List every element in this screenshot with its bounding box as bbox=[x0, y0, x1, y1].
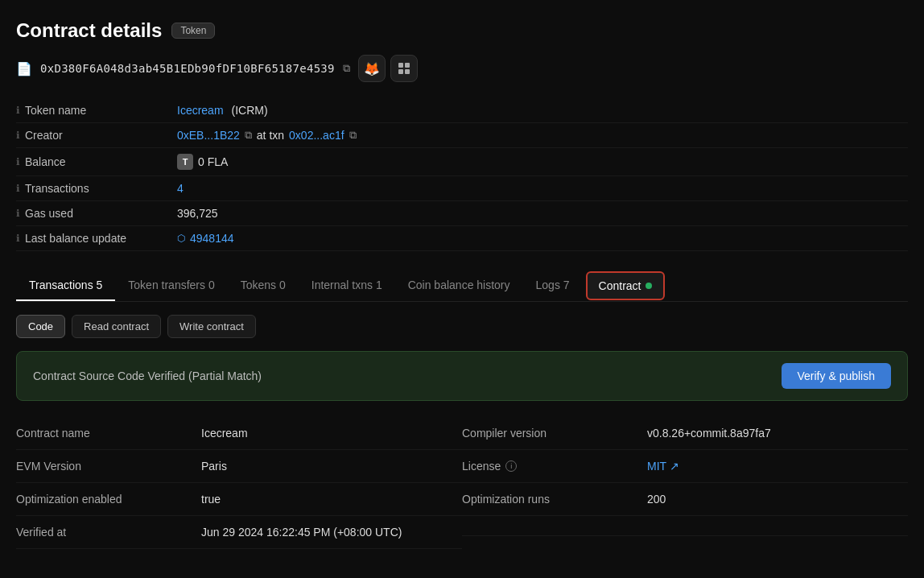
sub-tab-code[interactable]: Code bbox=[16, 315, 65, 338]
contract-field-opt-runs: Optimization runs 200 bbox=[462, 483, 908, 516]
creator-label: ℹ Creator bbox=[16, 129, 177, 142]
token-name-value: Icecream (ICRM) bbox=[177, 104, 268, 117]
info-icon-last-balance: ℹ bbox=[16, 233, 20, 244]
last-balance-label: ℹ Last balance update bbox=[16, 232, 177, 245]
tab-internal-txns[interactable]: Internal txns 1 bbox=[299, 270, 395, 301]
token-badge: Token bbox=[171, 23, 215, 39]
compiler-value: v0.8.26+commit.8a97fa7 bbox=[647, 427, 771, 440]
contract-field-evm: EVM Version Paris bbox=[16, 450, 462, 483]
creator-address-link[interactable]: 0xEB...1B22 bbox=[177, 129, 240, 142]
tab-token-transfers[interactable]: Token transfers 0 bbox=[115, 270, 227, 301]
file-icon: 📄 bbox=[16, 61, 32, 76]
contract-address: 0xD380F6A048d3ab45B1EDb90fDF10BF65187e45… bbox=[40, 62, 335, 75]
verified-at-value: Jun 29 2024 16:22:45 PM (+08:00 UTC) bbox=[201, 526, 402, 539]
verified-banner: Contract Source Code Verified (Partial M… bbox=[16, 351, 908, 401]
tab-contract[interactable]: Contract bbox=[586, 271, 665, 300]
page-container: Contract details Token 📄 0xD380F6A048d3a… bbox=[0, 0, 924, 565]
optimization-value: true bbox=[201, 493, 221, 506]
gas-label: ℹ Gas used bbox=[16, 207, 177, 220]
token-avatar: T bbox=[177, 154, 193, 170]
grid-icon-btn[interactable] bbox=[390, 55, 418, 82]
creator-value: 0xEB...1B22 ⧉ at txn 0x02...ac1f ⧉ bbox=[177, 129, 357, 142]
tabs-row: Transactions 5 Token transfers 0 Tokens … bbox=[16, 270, 908, 302]
tab-transactions[interactable]: Transactions 5 bbox=[16, 270, 115, 301]
balance-value: T 0 FLA bbox=[177, 154, 228, 170]
address-row: 📄 0xD380F6A048d3ab45B1EDb90fDF10BF65187e… bbox=[16, 55, 908, 82]
info-row-last-balance: ℹ Last balance update ⬡ 4948144 bbox=[16, 226, 908, 251]
svg-rect-2 bbox=[398, 69, 403, 74]
license-value: MIT ↗ bbox=[647, 460, 679, 473]
info-table: ℹ Token name Icecream (ICRM) ℹ Creator 0… bbox=[16, 98, 908, 251]
sub-tabs: Code Read contract Write contract bbox=[16, 315, 908, 338]
token-name-label: ℹ Token name bbox=[16, 104, 177, 117]
block-icon: ⬡ bbox=[177, 233, 185, 244]
verified-text: Contract Source Code Verified (Partial M… bbox=[33, 370, 262, 382]
contract-tab-label: Contract bbox=[599, 279, 641, 292]
icon-btn-group: 🦊 bbox=[358, 55, 418, 82]
license-mit-link[interactable]: MIT ↗ bbox=[647, 460, 679, 473]
evm-version-label: EVM Version bbox=[16, 460, 193, 473]
contract-field-optimization: Optimization enabled true bbox=[16, 483, 462, 516]
block-link[interactable]: 4948144 bbox=[190, 232, 234, 245]
info-row-transactions: ℹ Transactions 4 bbox=[16, 176, 908, 201]
info-icon-token: ℹ bbox=[16, 105, 20, 116]
verified-at-label: Verified at bbox=[16, 526, 193, 539]
info-row-balance: ℹ Balance T 0 FLA bbox=[16, 148, 908, 176]
transactions-link[interactable]: 4 bbox=[177, 182, 184, 195]
tab-logs[interactable]: Logs 7 bbox=[523, 270, 583, 301]
contract-details-grid: Contract name Icecream EVM Version Paris… bbox=[16, 417, 908, 549]
info-icon-creator: ℹ bbox=[16, 130, 20, 141]
license-label: License i bbox=[462, 460, 639, 473]
sub-tab-write-contract[interactable]: Write contract bbox=[167, 315, 256, 338]
tab-coin-balance-history[interactable]: Coin balance history bbox=[395, 270, 523, 301]
verify-publish-button[interactable]: Verify & publish bbox=[782, 363, 892, 389]
optimization-label: Optimization enabled bbox=[16, 493, 193, 506]
metamask-icon-btn[interactable]: 🦊 bbox=[358, 55, 386, 82]
page-title-row: Contract details Token bbox=[16, 19, 908, 42]
contract-details-right: Compiler version v0.8.26+commit.8a97fa7 … bbox=[462, 417, 908, 549]
evm-version-value: Paris bbox=[201, 460, 227, 473]
contract-field-compiler: Compiler version v0.8.26+commit.8a97fa7 bbox=[462, 417, 908, 450]
gas-value: 396,725 bbox=[177, 207, 218, 220]
info-icon-balance: ℹ bbox=[16, 156, 20, 167]
license-info-icon[interactable]: i bbox=[505, 460, 517, 472]
info-row-creator: ℹ Creator 0xEB...1B22 ⧉ at txn 0x02...ac… bbox=[16, 123, 908, 148]
transactions-label: ℹ Transactions bbox=[16, 182, 177, 195]
balance-label: ℹ Balance bbox=[16, 155, 177, 168]
opt-runs-value: 200 bbox=[647, 493, 666, 506]
info-row-token-name: ℹ Token name Icecream (ICRM) bbox=[16, 98, 908, 123]
tab-tokens[interactable]: Tokens 0 bbox=[228, 270, 299, 301]
page-title: Contract details bbox=[16, 19, 162, 42]
opt-runs-label: Optimization runs bbox=[462, 493, 639, 506]
token-name-link[interactable]: Icecream bbox=[177, 104, 224, 117]
info-icon-transactions: ℹ bbox=[16, 183, 20, 194]
verified-dot bbox=[646, 283, 652, 289]
copy-address-icon[interactable]: ⧉ bbox=[343, 62, 350, 75]
creator-txn-link[interactable]: 0x02...ac1f bbox=[289, 129, 344, 142]
contract-field-empty bbox=[462, 516, 908, 536]
contract-name-value: Icecream bbox=[201, 427, 248, 440]
contract-name-label: Contract name bbox=[16, 427, 193, 440]
transactions-value: 4 bbox=[177, 182, 184, 195]
copy-creator-icon[interactable]: ⧉ bbox=[245, 129, 252, 142]
svg-rect-1 bbox=[405, 63, 410, 68]
contract-details-left: Contract name Icecream EVM Version Paris… bbox=[16, 417, 462, 549]
info-row-gas: ℹ Gas used 396,725 bbox=[16, 201, 908, 226]
info-icon-gas: ℹ bbox=[16, 208, 20, 219]
compiler-label: Compiler version bbox=[462, 427, 639, 440]
sub-tab-read-contract[interactable]: Read contract bbox=[72, 315, 161, 338]
copy-txn-icon[interactable]: ⧉ bbox=[349, 129, 357, 142]
svg-rect-3 bbox=[405, 69, 410, 74]
contract-field-name: Contract name Icecream bbox=[16, 417, 462, 450]
last-balance-value: ⬡ 4948144 bbox=[177, 232, 234, 245]
contract-field-license: License i MIT ↗ bbox=[462, 450, 908, 483]
contract-field-verified-at: Verified at Jun 29 2024 16:22:45 PM (+08… bbox=[16, 516, 462, 549]
svg-rect-0 bbox=[398, 63, 403, 68]
